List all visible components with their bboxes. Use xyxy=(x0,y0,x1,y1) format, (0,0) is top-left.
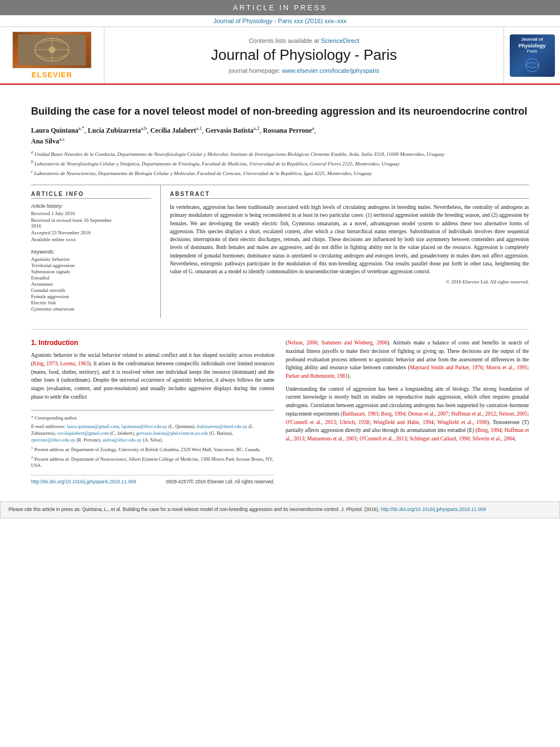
article-in-press-banner: ARTICLE IN PRESS xyxy=(0,0,560,15)
citation-doi-link[interactable]: http://dx.doi.org/10.1016/j.jphysparis.2… xyxy=(381,506,486,512)
accepted-date: Accepted 23 November 2016 xyxy=(31,230,151,235)
ref-morris1995[interactable]: Morris et al., 1995 xyxy=(486,365,527,370)
sciencedirect-link[interactable]: ScienceDirect xyxy=(321,37,359,44)
right-para1: (Nelson, 2006; Summers and Winberg, 2006… xyxy=(286,339,529,381)
keyword-1: Agonistic behavior xyxy=(31,256,151,262)
author-jalabert: Cecilia Jalabert xyxy=(150,126,196,134)
homepage-url[interactable]: www.elsevier.com/locate/jphysparis xyxy=(282,67,379,74)
ref-summers2006[interactable]: Summers and Winberg, 2006 xyxy=(321,340,387,346)
doi-rights: 0928-4257/© 2016 Elsevier Ltd. All right… xyxy=(166,479,274,484)
section-divider xyxy=(31,329,529,330)
ref-oconnell2013b[interactable]: O'Connell et al., 2013 xyxy=(360,436,406,442)
footnote-corresponding: * Corresponding author. xyxy=(31,415,274,422)
journal-title-display: Journal of Physiology - Paris xyxy=(211,46,397,64)
author-zubizarreta: Lucía Zubizarreta xyxy=(88,126,141,134)
journal-homepage-line: journal homepage: www.elsevier.com/locat… xyxy=(229,67,379,74)
abstract-text: In vertebrates, aggression has been trad… xyxy=(170,203,529,276)
keyword-4: Estradiol xyxy=(31,275,151,281)
section1-heading: 1. Introduction xyxy=(31,339,274,347)
page: ARTICLE IN PRESS Journal of Physiology -… xyxy=(0,0,560,747)
footnote-area: * Corresponding author. E-mail addresses… xyxy=(31,410,274,469)
top-header: ELSEVIER Contents lists available at Sci… xyxy=(0,27,560,85)
homepage-prefix: journal homepage: xyxy=(229,67,282,74)
doi-bar: http://dx.doi.org/10.1016/j.jphysparis.2… xyxy=(31,475,274,484)
revised-date: Received in revised form 16 September201… xyxy=(31,217,151,229)
elsevier-logo-image xyxy=(12,32,91,68)
ref-borg1994b[interactable]: Borg, 1994 xyxy=(478,427,502,433)
right-column: (Nelson, 2006; Summers and Winberg, 2006… xyxy=(286,339,529,484)
logo-journal-label: Journal of xyxy=(521,37,543,42)
received-date: Received 1 July 2016 xyxy=(31,211,151,216)
two-column-body: 1. Introduction Agonistic behavior is th… xyxy=(31,339,529,484)
journal-header-bar: Journal of Physiology - Paris xxx (2016)… xyxy=(0,15,560,27)
logo-physiology-label: Physiology xyxy=(518,43,545,49)
keyword-9: Gymnotus omararum xyxy=(31,306,151,312)
journal-logo-section: Journal of Physiology Paris xyxy=(504,27,560,84)
citation-main-text: Please cite this article in press as: Qu… xyxy=(8,506,379,512)
journal-header-text: Journal of Physiology - Paris xxx (2016)… xyxy=(213,18,347,24)
elsevier-logo-section: ELSEVIER xyxy=(0,27,104,84)
affil-c: c Laboratorio de Neurociencias, Departam… xyxy=(31,169,529,177)
history-label: Article history: xyxy=(31,203,151,209)
left-para1: Agonistic behavior is the social behavio… xyxy=(31,351,274,401)
ref-nelson2005[interactable]: Nelson, 2005 xyxy=(499,411,528,417)
sciencedirect-prefix: Contents lists available at xyxy=(249,37,321,44)
ref-silverin2004[interactable]: Silverin et al., 2004 xyxy=(473,436,515,442)
journal-logo-img: Journal of Physiology Paris xyxy=(510,34,555,77)
journal-name-section: Contents lists available at ScienceDirec… xyxy=(104,27,504,84)
abstract-title: ABSTRACT xyxy=(170,191,529,199)
keywords-section: Keywords: Agonistic behavior Territorial… xyxy=(31,249,151,312)
affil-a: a Unidad Bases Neurales de la Conducta, … xyxy=(31,150,529,158)
right-para2: Understanding the control of aggression … xyxy=(286,385,529,443)
ref-wingfield1994[interactable]: Wingfield and Hahn, 1994 xyxy=(373,420,434,425)
affil-b: b Laboratorio de Neurofisiología Celular… xyxy=(31,159,529,168)
ref-borg1994[interactable]: Borg, 1994 xyxy=(381,411,405,417)
elsevier-text: ELSEVIER xyxy=(32,71,72,79)
citation-footer: Please cite this article in press as: Qu… xyxy=(0,501,560,518)
citation-text: Please cite this article in press as: Qu… xyxy=(8,506,552,513)
paper-content: Building the case for a novel teleost mo… xyxy=(0,85,560,496)
ref-uhrich1938[interactable]: Uhrich, 1938 xyxy=(340,420,369,425)
author-batista: Gervasio Batista xyxy=(205,126,253,134)
article-info-title: ARTICLE INFO xyxy=(31,191,151,199)
keyword-2: Territorial aggression xyxy=(31,263,151,268)
svg-point-4 xyxy=(49,46,55,53)
logo-paris-label: Paris xyxy=(527,49,537,54)
footnote-2: 2 Present address at: Department of Neur… xyxy=(31,455,274,470)
abstract-section: ABSTRACT In vertebrates, aggression has … xyxy=(161,185,529,318)
keyword-5: Aromatase xyxy=(31,281,151,287)
article-info: ARTICLE INFO Article history: Received 1… xyxy=(31,185,161,318)
footnote-emails: E-mail addresses: laura.quintana@gmail.c… xyxy=(31,423,274,444)
ref-oconnell2013[interactable]: O'Connell et al., 2013 xyxy=(286,420,336,425)
ref-parker1981[interactable]: Parker and Rubenstein, 1981 xyxy=(286,373,348,379)
authors-line: Laura Quintanaa,*, Lucía Zubizarretaa,b,… xyxy=(31,125,529,146)
ref-wingfield1990[interactable]: Wingfield et al., 1990 xyxy=(437,420,487,425)
doi-link[interactable]: http://dx.doi.org/10.1016/j.jphysparis.2… xyxy=(31,479,136,484)
keywords-label: Keywords: xyxy=(31,249,151,255)
available-date: Available online xxxx xyxy=(31,237,151,242)
info-abstract-section: ARTICLE INFO Article history: Received 1… xyxy=(31,185,529,318)
author-silva: Ana Silva xyxy=(31,137,59,145)
paper-title: Building the case for a novel teleost mo… xyxy=(31,105,529,118)
sciencedirect-line: Contents lists available at ScienceDirec… xyxy=(249,37,360,44)
article-in-press-text: ARTICLE IN PRESS xyxy=(233,3,327,12)
keyword-8: Electric fish xyxy=(31,300,151,305)
affiliations: a Unidad Bases Neurales de la Conducta, … xyxy=(31,150,529,177)
footnote-1: 1 Present address at: Department of Zool… xyxy=(31,445,274,453)
ref-huffman2012[interactable]: Huffman et al., 2012 xyxy=(451,411,496,417)
ref-schlinger1990[interactable]: Schlinger and Callard, 1990 xyxy=(409,436,470,442)
keyword-3: Submission signals xyxy=(31,269,151,274)
ref-demas2007[interactable]: Demas et al., 2007 xyxy=(408,411,448,417)
keyword-7: Female aggression xyxy=(31,294,151,299)
ref-nelson2006[interactable]: Nelson, 2006 xyxy=(287,340,317,346)
ref-maynard1976[interactable]: Maynard Smith and Parker, 1976 xyxy=(410,365,483,370)
author-perrone: Rossana Perrone xyxy=(263,126,312,134)
ref-king1973[interactable]: King, 1973 xyxy=(33,361,57,366)
abstract-copyright: © 2016 Elsevier Ltd. All rights reserved… xyxy=(170,279,529,285)
ref-balthazart1983[interactable]: Balthazart, 1983 xyxy=(343,411,378,417)
ref-lorenz1963[interactable]: Lorenz, 1963 xyxy=(60,361,89,366)
left-column: 1. Introduction Agonistic behavior is th… xyxy=(31,339,274,484)
keyword-6: Gonadal steroids xyxy=(31,287,151,293)
author-quintana: Laura Quintana xyxy=(31,126,78,134)
ref-matsumoto2003[interactable]: Matsumoto et al., 2003 xyxy=(307,436,357,442)
